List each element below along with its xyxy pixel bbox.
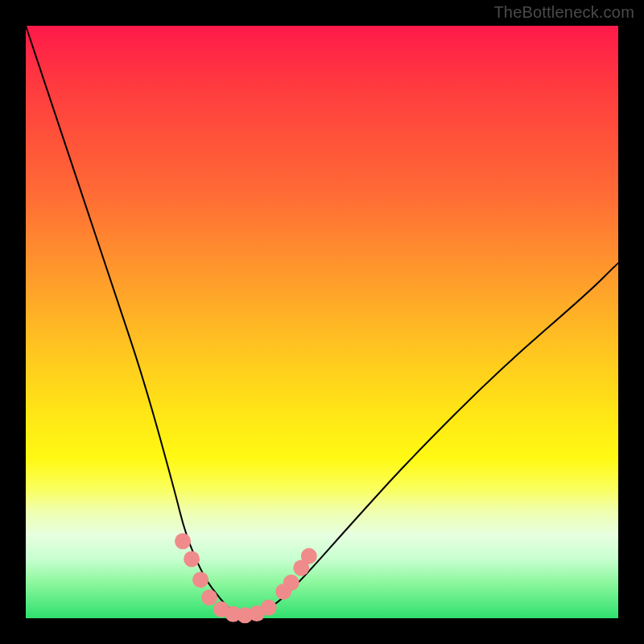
- curve-layer: [26, 26, 618, 618]
- highlight-marker: [301, 548, 317, 564]
- salmon-markers: [175, 533, 317, 623]
- highlight-marker: [261, 600, 277, 616]
- chart-frame: TheBottleneck.com: [0, 0, 644, 644]
- highlight-marker: [175, 533, 191, 549]
- attribution-text: TheBottleneck.com: [493, 3, 634, 22]
- highlight-marker: [192, 572, 208, 588]
- plot-area: [26, 26, 618, 618]
- highlight-marker: [184, 551, 200, 567]
- highlight-marker: [201, 589, 217, 605]
- highlight-marker: [283, 575, 299, 591]
- bottleneck-curve: [26, 26, 618, 614]
